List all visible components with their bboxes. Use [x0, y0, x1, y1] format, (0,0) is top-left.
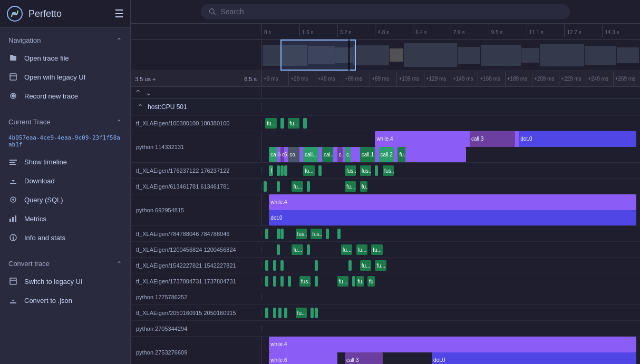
row-content-1[interactable]: while.4 call.3 dot.0 while.6 ca. c co. c…	[261, 131, 640, 162]
sidebar-item-info-stats[interactable]: Info and stats	[0, 228, 130, 247]
flame-segment[interactable]	[307, 181, 310, 192]
flame-segment[interactable]	[277, 181, 280, 192]
flame-segment[interactable]: fu...	[371, 244, 383, 255]
sidebar-item-query-sql[interactable]: Query (SQL)	[0, 190, 130, 209]
flame-segment[interactable]	[375, 165, 378, 176]
flame-segment-call2[interactable]: call.2	[379, 147, 394, 163]
flame-segment[interactable]: fu...	[337, 276, 349, 287]
flame-segment[interactable]	[273, 276, 276, 287]
flame-segment-call-b1[interactable]: call...	[303, 147, 318, 163]
flame-segment[interactable]: fu...	[375, 260, 386, 271]
flame-segment[interactable]	[277, 244, 280, 255]
row-content-10[interactable]: fu...	[261, 305, 640, 320]
flame-segment[interactable]	[326, 229, 329, 239]
flame-segment-dot0-2[interactable]: dot.0	[269, 210, 636, 226]
flame-segment[interactable]: fu...	[296, 308, 307, 318]
search-input[interactable]	[220, 7, 563, 16]
overview-right[interactable]	[261, 40, 640, 71]
flame-segment[interactable]	[307, 244, 310, 255]
flame-segment[interactable]	[311, 308, 314, 318]
flame-segment[interactable]: fus...	[299, 276, 311, 287]
sidebar-item-convert-json[interactable]: Convert to .json	[0, 291, 130, 310]
row-content-6[interactable]: fu... fu... fu... fu...	[261, 242, 640, 257]
row-content-0[interactable]: fu... fu...	[261, 115, 640, 131]
row-content-11[interactable]	[261, 321, 640, 336]
flame-segment[interactable]: fu...	[345, 181, 356, 192]
flame-segment[interactable]	[280, 260, 284, 271]
flame-segment[interactable]	[284, 165, 287, 176]
flame-segment[interactable]	[273, 260, 276, 271]
flame-segment-c-b4[interactable]: c.	[345, 147, 351, 163]
flame-segment-call3-3[interactable]: call.3	[345, 352, 383, 365]
flame-segment[interactable]	[288, 276, 291, 287]
flame-segment[interactable]	[278, 308, 282, 318]
flame-segment-while4-2[interactable]: while.4	[269, 194, 636, 210]
flame-segment[interactable]	[265, 260, 268, 271]
flame-segment[interactable]: fus...	[383, 165, 394, 176]
flame-segment-while4-3[interactable]: while.4	[269, 337, 636, 352]
flame-segment[interactable]: fus...	[296, 229, 307, 239]
flame-segment[interactable]: fu...	[341, 244, 353, 255]
flame-segment[interactable]	[303, 118, 307, 129]
flame-segment-while6-3[interactable]: while.6	[269, 352, 337, 365]
flame-segment[interactable]	[277, 229, 280, 239]
flame-segment[interactable]: fu.	[360, 181, 367, 192]
flame-segment[interactable]: fu...	[292, 181, 303, 192]
convert-trace-header[interactable]: Convert trace ⌃	[0, 255, 130, 272]
flame-segment-call1[interactable]: call.1	[360, 147, 375, 163]
flame-segment[interactable]	[315, 260, 318, 271]
flame-segment[interactable]: fu...	[265, 118, 277, 129]
flame-segment[interactable]: fus...	[360, 165, 372, 176]
sidebar-item-download[interactable]: Download	[0, 171, 130, 190]
flame-segment[interactable]	[352, 276, 355, 287]
flame-segment-dot0-3[interactable]: dot.0	[432, 352, 636, 365]
row-content-12[interactable]: while.4 while.6 call.3 dot.0	[261, 337, 640, 364]
timeline-container[interactable]: 0 s 1.6 s 3.2 s 4.8 s 6.4 s 7.9 s 9.5 s …	[131, 24, 640, 364]
row-content-2[interactable]: f fu... fus... fus... fus...	[261, 163, 640, 178]
collapse-up-button[interactable]: ⌃	[134, 88, 142, 97]
flame-segment[interactable]	[264, 181, 267, 192]
flame-segment[interactable]	[273, 308, 276, 318]
flame-segment[interactable]	[348, 260, 352, 271]
row-content-8[interactable]: fus... fu... fu... fu.	[261, 273, 640, 289]
collapse-down-button[interactable]: ⌄	[144, 88, 153, 97]
flame-segment[interactable]	[284, 308, 287, 318]
sidebar-item-record-new-trace[interactable]: Record new trace	[0, 86, 130, 105]
flame-segment[interactable]	[337, 229, 341, 239]
flame-segment[interactable]	[280, 276, 284, 287]
flame-segment[interactable]: fu...	[288, 118, 299, 129]
flame-segment-call3[interactable]: call.3	[470, 131, 515, 147]
flame-segment-fu-b[interactable]: fu.	[397, 147, 405, 163]
sidebar-item-switch-legacy[interactable]: Switch to legacy UI	[0, 272, 130, 291]
flame-segment[interactable]	[280, 165, 284, 176]
flame-segment[interactable]	[277, 165, 280, 176]
flame-segment[interactable]	[265, 229, 268, 239]
flame-segment[interactable]: fu.	[367, 276, 375, 287]
flame-segment[interactable]: fus...	[345, 165, 356, 176]
flame-segment[interactable]: fu...	[356, 276, 364, 287]
flame-segment[interactable]	[265, 276, 268, 287]
flame-segment[interactable]	[315, 276, 318, 287]
sidebar-item-open-legacy-ui[interactable]: Open with legacy UI	[0, 67, 130, 86]
flame-segment[interactable]: fu...	[356, 244, 368, 255]
flame-segment-dot0[interactable]: dot.0	[519, 131, 636, 147]
flame-segment[interactable]	[318, 165, 322, 176]
sidebar-item-metrics[interactable]: Metrics	[0, 209, 130, 228]
flame-segment[interactable]	[265, 308, 268, 318]
flame-segment[interactable]: fus...	[311, 229, 322, 239]
hamburger-button[interactable]: ☰	[114, 8, 124, 19]
row-content-5[interactable]: fus... fus...	[261, 226, 640, 241]
flame-segment-c[interactable]: c	[280, 147, 284, 163]
row-content-4[interactable]: while.4 dot.0	[261, 194, 640, 225]
flame-segment[interactable]: f	[269, 165, 273, 176]
cpu-collapse-button[interactable]: ⌃	[136, 103, 144, 111]
sidebar-item-show-timeline[interactable]: Show timeline	[0, 152, 130, 171]
flame-segment-c-b3[interactable]: c.	[337, 147, 343, 163]
navigation-header[interactable]: Navigation ⌃	[0, 32, 130, 48]
flame-segment[interactable]	[315, 308, 318, 318]
row-content-9[interactable]	[261, 289, 640, 304]
flame-segment[interactable]: fu...	[303, 165, 315, 176]
flame-segment[interactable]: fu...	[360, 260, 372, 271]
flame-segment-ca[interactable]: ca.	[269, 147, 276, 163]
row-content-3[interactable]: fu... fu... fu.	[261, 179, 640, 194]
